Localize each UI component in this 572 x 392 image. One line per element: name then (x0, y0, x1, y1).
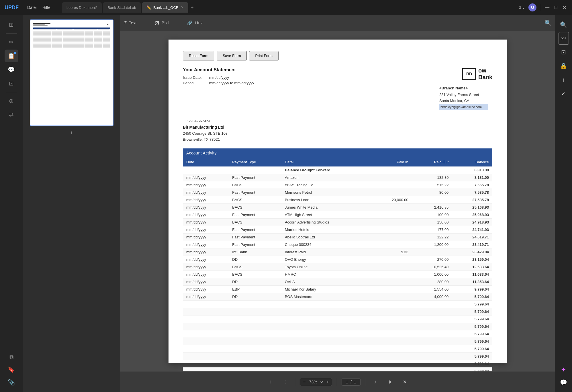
right-sidebar-bottom: ✦ 💬 (557, 363, 571, 389)
sidebar-icon-bookmark[interactable]: 🔖 (5, 363, 18, 376)
bank-logo-main: BD owBank (462, 67, 492, 81)
maximize-button[interactable]: □ (553, 4, 559, 11)
toolbar-link-label: Link (195, 20, 203, 25)
table-row: mm/dd/yyyyEBPMichael Kor Salary1,554.009… (183, 285, 492, 293)
search-icon: 🔍 (544, 19, 552, 26)
right-ocr-icon[interactable]: OCR (559, 32, 569, 45)
col-payment-type: Payment Type (229, 158, 281, 166)
search-icon-toolbar[interactable]: 🔍 (541, 17, 555, 29)
toolbar-link-button[interactable]: 🔗 Link (184, 19, 206, 27)
table-row: mm/dd/yyyyBACSeBAY Trading Co.515.227,66… (183, 181, 492, 189)
thumbnail-page-number: 1 (70, 131, 73, 135)
toolbar-image-button[interactable]: 🖼 Bild (152, 19, 172, 27)
thumbnail-icon: ⊞ (9, 21, 14, 28)
period-row: Period: mm/dd/yyyy to mm/dd/yyyy (183, 81, 254, 85)
table-row: 5,799.64 (183, 323, 492, 330)
first-page-button[interactable]: ⟪ (265, 377, 275, 387)
sidebar-icon-organize[interactable]: ⊡ (5, 77, 18, 90)
zoom-area: − 73% 50% 75% 100% 125% 150% + (300, 378, 332, 386)
table-row: mm/dd/yyyyDDBOS Mastercard4,000.005,799.… (183, 293, 492, 300)
sidebar-icon-edit[interactable]: ✏ (5, 36, 18, 48)
account-number: 111-234-567-890 (183, 119, 492, 123)
sidebar-icon-comment[interactable]: 💬 (5, 63, 18, 76)
thumbnail-page-1[interactable]: BD (30, 19, 113, 126)
minimize-button[interactable]: — (544, 4, 551, 11)
main-layout: ⊞ ✏ 📋 💬 ⊡ ⊕ ⇄ ⧉ 🔖 (0, 15, 572, 392)
toolbar-text-label: Text (129, 20, 137, 25)
document-viewer[interactable]: Reset Form Save Form Print Form Your Acc… (120, 31, 555, 371)
sidebar-dot (14, 52, 16, 54)
sidebar-icon-thumbnail[interactable]: ⊞ (5, 18, 18, 31)
col-paid-out: Paid Out (412, 158, 452, 166)
sidebar-icon-attachment[interactable]: 📎 (5, 376, 18, 389)
table-row: mm/dd/yyyyFast PaymentATM High Street100… (183, 211, 492, 218)
thumbnail-panel: BD 1 (23, 15, 120, 392)
table-row: mm/dd/yyyyFast PaymentAmazon132.308,181.… (183, 174, 492, 181)
tab-area: Leeres Dokument* Bank-St...lateLab ✏️ Ba… (62, 2, 513, 13)
right-check-icon[interactable]: ✓ (557, 87, 571, 100)
tab-close-icon[interactable]: ✕ (181, 5, 184, 9)
menu-datei[interactable]: Datei (27, 5, 37, 10)
right-search-icon[interactable]: 🔍 (557, 18, 571, 31)
sidebar-icon-stamp[interactable]: ⊕ (5, 95, 18, 107)
content-area: T Text 🖼 Bild 🔗 Link 🔍 Reset Form (120, 15, 555, 392)
sidebar-icon-layers[interactable]: ⧉ (5, 351, 18, 363)
company-name: Bit Manufacturing Ltd (183, 125, 492, 130)
zoom-in-button[interactable]: + (326, 379, 329, 385)
tab-add-button[interactable]: + (191, 5, 194, 11)
issue-date-value: mm/dd/yyyy (209, 75, 229, 80)
zoom-select[interactable]: 73% 50% 75% 100% 125% 150% (308, 379, 324, 385)
image-icon: 🖼 (155, 20, 159, 25)
close-button[interactable]: ✕ (561, 4, 567, 11)
close-nav-button[interactable]: ✕ (400, 377, 410, 387)
right-sidebar: 🔍 OCR ⊡ 🔒 ↑ ✓ ✦ 💬 (555, 15, 572, 392)
tab-bank-ocr[interactable]: ✏️ Bank-...b_OCR ✕ (142, 2, 188, 13)
table-row: 5,799.64 (183, 315, 492, 323)
page-separator: / (350, 380, 352, 384)
top-menu: Datei Hilfe (27, 5, 50, 10)
form-buttons: Reset Form Save Form Print Form (183, 51, 492, 60)
table-row: 5,799.64 (183, 308, 492, 315)
activity-table: Account Activity Date Payment Type Detai… (183, 148, 492, 371)
tab-leeres-dokument[interactable]: Leeres Dokument* (62, 2, 102, 13)
document-page: Reset Form Save Form Print Form Your Acc… (169, 40, 507, 363)
table-row: mm/dd/yyyyFast PaymentMarriott Hotels177… (183, 226, 492, 233)
sidebar-icon-convert[interactable]: ⇄ (5, 108, 18, 121)
table-row: 5,799.64 (183, 345, 492, 352)
sidebar-divider-2 (6, 92, 17, 92)
right-lock-icon[interactable]: 🔒 (557, 60, 571, 72)
sidebar-icon-form[interactable]: 📋 (5, 50, 18, 62)
next-page-button[interactable]: ⟩ (370, 377, 380, 387)
branch-address-2: Santa Monica, CA (439, 98, 488, 104)
table-row: 5,799.64 (183, 367, 492, 371)
right-scan-icon[interactable]: ⊡ (557, 46, 571, 58)
right-ai-icon[interactable]: ✦ (557, 363, 571, 376)
toolbar-text-button[interactable]: T Text (120, 19, 140, 27)
app-logo: UPDF (5, 5, 19, 11)
period-label: Period: (183, 81, 206, 85)
zoom-out-button[interactable]: − (303, 379, 305, 385)
branch-address-1: 231 Valley Farms Street (439, 92, 488, 98)
table-row: 5,799.64 (183, 338, 492, 345)
prev-page-button[interactable]: ⟨ (280, 377, 290, 387)
reset-form-button[interactable]: Reset Form (183, 51, 214, 60)
tab-bank-state-lab[interactable]: Bank-St...lateLab (103, 2, 141, 13)
right-share-icon[interactable]: 💬 (557, 376, 571, 389)
table-row: 5,799.64 (183, 330, 492, 338)
menu-hilfe[interactable]: Hilfe (42, 5, 50, 10)
table-row: 5,799.64 (183, 352, 492, 360)
page-counter: 3 ∨ (519, 5, 525, 10)
branch-email: birdaleybig@exampleinc.com (439, 104, 488, 110)
tab-label: Bank-St...lateLab (107, 5, 136, 10)
right-upload-icon[interactable]: ↑ (557, 73, 571, 86)
last-page-button[interactable]: ⟫ (385, 377, 395, 387)
statement-title: Your Account Statement (183, 67, 254, 72)
link-icon: 🔗 (187, 20, 193, 26)
layers-icon: ⧉ (9, 354, 13, 360)
save-form-button[interactable]: Save Form (217, 51, 247, 60)
avatar[interactable]: U (528, 3, 536, 11)
table-row: Balance Brought Forward8,313.30 (183, 166, 492, 174)
branch-box: <Branch Name> 231 Valley Farms Street Sa… (435, 83, 492, 113)
table-row: 5,799.64 (183, 300, 492, 308)
print-form-button[interactable]: Print Form (249, 51, 279, 60)
